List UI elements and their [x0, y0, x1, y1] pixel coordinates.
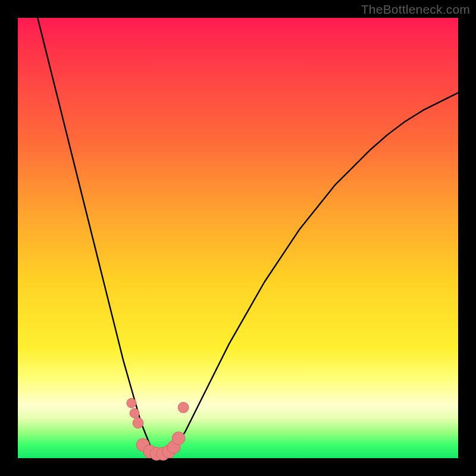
- sample-point: [172, 432, 185, 445]
- chart-frame: TheBottleneck.com: [0, 0, 476, 476]
- sample-points: [127, 399, 189, 461]
- watermark-text: TheBottleneck.com: [361, 2, 470, 17]
- sample-point: [130, 409, 139, 418]
- sample-point: [127, 399, 136, 408]
- bottleneck-curve: [18, 0, 458, 458]
- sample-point: [133, 418, 143, 428]
- sample-point: [178, 402, 189, 413]
- chart-overlay: [18, 18, 458, 458]
